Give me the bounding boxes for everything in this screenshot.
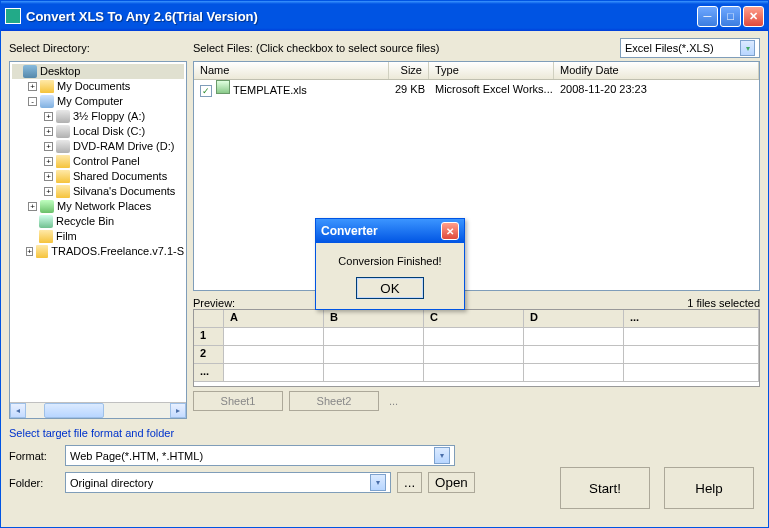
drive-icon [56,110,70,123]
file-size: 29 KB [389,83,429,95]
file-filter-value: Excel Files(*.XLS) [625,42,714,54]
file-list[interactable]: Name Size Type Modify Date ✓TEMPLATE.xls… [193,61,760,291]
computer-icon [40,95,54,108]
expand-icon[interactable]: + [28,202,37,211]
tree-item[interactable]: Recycle Bin [12,214,184,229]
tree-item[interactable]: Desktop [12,64,184,79]
drive-icon [56,140,70,153]
tree-item[interactable]: +Control Panel [12,154,184,169]
network-icon [40,200,54,213]
close-button[interactable]: ✕ [743,6,764,27]
tree-item[interactable]: -My Computer [12,94,184,109]
file-list-header: Name Size Type Modify Date [194,62,759,80]
tree-item-label: Local Disk (C:) [73,124,145,139]
target-section-label: Select target file format and folder [9,427,760,439]
preview-label: Preview: [193,297,235,309]
preview-col-c: C [424,310,524,328]
sheet-tab-1[interactable]: Sheet1 [193,391,283,411]
start-button[interactable]: Start! [560,467,650,509]
tree-item[interactable]: +Silvana's Documents [12,184,184,199]
folder-icon [56,155,70,168]
col-type[interactable]: Type [429,62,554,79]
dialog-ok-button[interactable]: OK [356,277,424,299]
directory-tree[interactable]: Desktop+My Documents-My Computer+3½ Flop… [9,61,187,419]
preview-row-2: 2 [194,346,224,364]
format-label: Format: [9,450,59,462]
expand-icon[interactable]: + [28,82,37,91]
col-date[interactable]: Modify Date [554,62,759,79]
col-name[interactable]: Name [194,62,389,79]
dialog-close-button[interactable]: ✕ [441,222,459,240]
titlebar[interactable]: Convert XLS To Any 2.6(Trial Version) ─ … [1,1,768,31]
folder-icon [40,80,54,93]
file-checkbox[interactable]: ✓ [200,85,212,97]
preview-col-more: ... [624,310,759,328]
col-size[interactable]: Size [389,62,429,79]
file-filter-dropdown[interactable]: Excel Files(*.XLS) ▾ [620,38,760,58]
folder-icon [39,230,53,243]
tree-item-label: TRADOS.Freelance.v7.1-S [51,244,184,259]
tree-item-label: DVD-RAM Drive (D:) [73,139,174,154]
recycle-icon [39,215,53,228]
maximize-button[interactable]: □ [720,6,741,27]
tree-item-label: Film [56,229,77,244]
scroll-thumb[interactable] [44,403,104,418]
folder-label: Folder: [9,477,59,489]
tree-item-label: Desktop [40,64,80,79]
tree-item[interactable]: +My Documents [12,79,184,94]
preview-row-more: ... [194,364,224,382]
excel-file-icon [216,80,230,94]
converter-dialog: Converter ✕ Conversion Finished! OK [315,218,465,310]
expand-icon[interactable]: + [26,247,34,256]
preview-grid: A B C D ... 1 2 ... [193,309,760,387]
files-selected-label: 1 files selected [687,297,760,309]
expand-icon[interactable]: + [44,112,53,121]
window-title: Convert XLS To Any 2.6(Trial Version) [26,9,697,24]
tree-item[interactable]: +Local Disk (C:) [12,124,184,139]
chevron-down-icon[interactable]: ▾ [434,447,450,464]
dialog-titlebar[interactable]: Converter ✕ [316,219,464,243]
dialog-message: Conversion Finished! [322,255,458,267]
tree-item[interactable]: +3½ Floppy (A:) [12,109,184,124]
select-directory-label: Select Directory: [9,42,187,54]
tree-item-label: My Computer [57,94,123,109]
folder-dropdown[interactable]: Original directory ▾ [65,472,391,493]
expand-icon[interactable]: - [28,97,37,106]
chevron-down-icon[interactable]: ▾ [740,40,755,56]
expand-icon[interactable]: + [44,157,53,166]
tree-item-label: Shared Documents [73,169,167,184]
chevron-down-icon[interactable]: ▾ [370,474,386,491]
expand-icon[interactable]: + [44,187,53,196]
tree-scrollbar[interactable]: ◂ ▸ [10,402,186,418]
minimize-button[interactable]: ─ [697,6,718,27]
select-files-label: Select Files: (Click checkbox to select … [193,42,439,54]
tree-item[interactable]: Film [12,229,184,244]
file-date: 2008-11-20 23:23 [554,83,759,95]
tree-item-label: Silvana's Documents [73,184,175,199]
file-row[interactable]: ✓TEMPLATE.xls29 KBMicrosoft Excel Works.… [194,80,759,97]
browse-button[interactable]: ... [397,472,422,493]
tree-item-label: My Network Places [57,199,151,214]
expand-icon[interactable]: + [44,127,53,136]
preview-row-1: 1 [194,328,224,346]
tree-item[interactable]: +Shared Documents [12,169,184,184]
folder-icon [56,170,70,183]
help-button[interactable]: Help [664,467,754,509]
app-icon [5,8,21,24]
tree-item[interactable]: +TRADOS.Freelance.v7.1-S [12,244,184,259]
format-dropdown[interactable]: Web Page(*.HTM, *.HTML) ▾ [65,445,455,466]
format-value: Web Page(*.HTM, *.HTML) [70,450,203,462]
scroll-left-icon[interactable]: ◂ [10,403,26,418]
expand-icon[interactable]: + [44,172,53,181]
folder-icon [56,185,70,198]
tree-item[interactable]: +DVD-RAM Drive (D:) [12,139,184,154]
sheet-tab-2[interactable]: Sheet2 [289,391,379,411]
scroll-right-icon[interactable]: ▸ [170,403,186,418]
expand-icon[interactable]: + [44,142,53,151]
open-button[interactable]: Open [428,472,475,493]
tree-item[interactable]: +My Network Places [12,199,184,214]
dialog-title: Converter [321,224,378,238]
preview-col-a: A [224,310,324,328]
file-name: TEMPLATE.xls [233,84,307,96]
folder-icon [36,245,48,258]
